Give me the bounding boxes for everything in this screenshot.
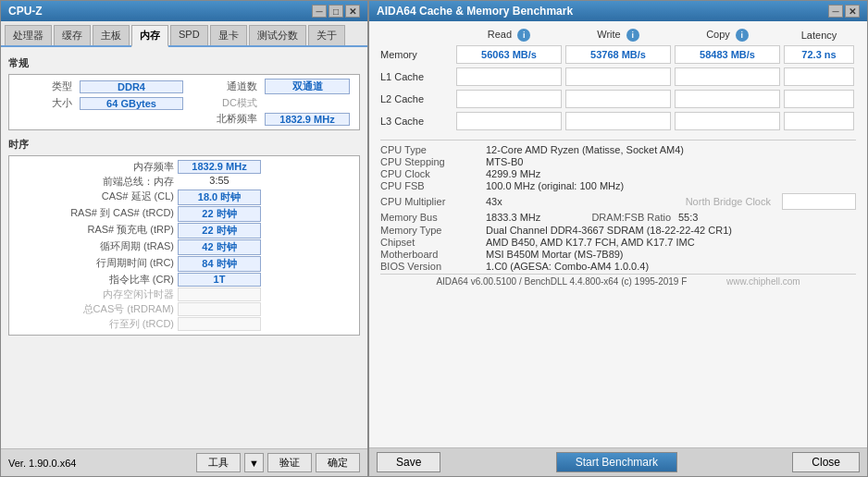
- aida-close-btn[interactable]: ✕: [845, 5, 860, 18]
- timing-val-8: [178, 287, 261, 301]
- l1-copy-bar: [675, 67, 780, 86]
- type-label: 类型: [17, 80, 72, 93]
- col-write: Write i: [564, 29, 673, 42]
- common-section-title: 常规: [8, 56, 360, 70]
- timing-val-7: 1T: [178, 273, 261, 287]
- read-info-icon[interactable]: i: [517, 29, 530, 42]
- cpu-type-val: 12-Core AMD Ryzen (Matisse, Socket AM4): [486, 144, 856, 155]
- aida-status-bar: AIDA64 v6.00.5100 / BenchDLL 4.4.800-x64…: [380, 274, 856, 288]
- size-value: 64 GBytes: [80, 97, 183, 110]
- memory-read-value: 56063 MB/s: [456, 45, 562, 64]
- timing-val-9: [178, 302, 261, 316]
- cpuz-title: CPU-Z: [8, 5, 43, 18]
- cpuz-content: 常规 类型 DDR4 通道数 双通道 大小 64 GBytes DC模式 北桥频…: [1, 47, 367, 448]
- timing-label-0: 内存频率: [17, 160, 174, 174]
- cpu-type-key: CPU Type: [380, 144, 482, 155]
- chipset-key: Chipset: [380, 237, 482, 248]
- cpuz-minimize-btn[interactable]: ─: [312, 5, 327, 18]
- size-label: 大小: [17, 96, 72, 110]
- cpu-mult-val: 43x: [486, 196, 560, 207]
- cpu-clock-key: CPU Clock: [380, 168, 482, 179]
- aida-footer: Save Start Benchmark Close: [369, 447, 867, 476]
- timing-val-1: 3:55: [178, 175, 261, 189]
- dram-fsb-key: DRAM:FSB Ratio: [582, 212, 675, 223]
- cpu-fsb-key: CPU FSB: [380, 180, 482, 191]
- l2-latency-bar: [784, 90, 854, 108]
- aida-titlebar: AIDA64 Cache & Memory Benchmark ─ ✕: [369, 1, 867, 21]
- close-button[interactable]: Close: [792, 452, 860, 472]
- cpu-fsb-val: 100.0 MHz (original: 100 MHz): [486, 180, 856, 191]
- tab-graphics[interactable]: 显卡: [210, 25, 247, 45]
- l2-copy-bar: [675, 90, 780, 108]
- cpu-clock-val: 4299.9 MHz: [486, 168, 856, 179]
- tab-memory[interactable]: 内存: [131, 25, 168, 47]
- cpuz-close-btn[interactable]: ✕: [345, 5, 360, 18]
- divider-1: [380, 140, 856, 141]
- nb-freq-value: 1832.9 MHz: [265, 113, 350, 126]
- nb-clock-value: [782, 193, 856, 210]
- motherboard-val: MSI B450M Mortar (MS-7B89): [486, 249, 856, 260]
- l1-write-bar: [565, 67, 671, 86]
- cpuz-maximize-btn[interactable]: □: [329, 5, 343, 18]
- l3-write-bar: [565, 112, 671, 130]
- l3-read-bar: [456, 112, 562, 130]
- timing-label-5: 循环周期 (tRAS): [17, 239, 174, 255]
- l1-read-bar: [456, 67, 562, 86]
- row-label-l1: L1 Cache: [380, 71, 454, 82]
- save-button[interactable]: Save: [377, 452, 440, 472]
- aida-window: AIDA64 Cache & Memory Benchmark ─ ✕ Read…: [368, 0, 868, 477]
- cpuz-window-controls: ─ □ ✕: [312, 5, 360, 18]
- watermark: www.chiphell.com: [726, 276, 800, 287]
- tools-dropdown[interactable]: ▼: [244, 453, 264, 472]
- write-info-icon[interactable]: i: [626, 29, 639, 42]
- l2-write-bar: [565, 90, 671, 108]
- tab-spd[interactable]: SPD: [170, 25, 208, 45]
- cpu-stepping-val: MTS-B0: [486, 156, 856, 167]
- timing-val-2: 18.0 时钟: [178, 190, 261, 205]
- cpuz-footer-left: Ver. 1.90.0.x64: [8, 458, 76, 469]
- cpuz-footer-buttons: 工具 ▼ 验证 确定: [196, 453, 360, 472]
- aida-minimize-btn[interactable]: ─: [828, 5, 843, 18]
- timing-label-7: 指令比率 (CR): [17, 273, 174, 287]
- cpuz-titlebar: CPU-Z ─ □ ✕: [1, 1, 367, 21]
- timing-label-1: 前端总线：内存: [17, 175, 174, 189]
- timing-val-6: 84 时钟: [178, 256, 261, 272]
- tools-button[interactable]: 工具: [196, 453, 241, 472]
- timing-val-4: 22 时钟: [178, 223, 261, 238]
- timing-val-3: 22 时钟: [178, 206, 261, 222]
- timing-label-6: 行周期时间 (tRC): [17, 256, 174, 272]
- validate-button[interactable]: 验证: [267, 453, 312, 472]
- tab-processor[interactable]: 处理器: [5, 25, 52, 45]
- cpu-mult-key: CPU Multiplier: [380, 196, 482, 207]
- aida-window-controls: ─ ✕: [828, 5, 860, 18]
- col-read: Read i: [454, 29, 564, 42]
- copy-info-icon[interactable]: i: [736, 29, 749, 42]
- dram-fsb-val: 55:3: [678, 212, 725, 223]
- aida-content: Read i Write i Copy i Latency Memory 560…: [369, 21, 867, 447]
- l3-copy-bar: [675, 112, 780, 130]
- row-label-l2: L2 Cache: [380, 93, 454, 104]
- tab-score[interactable]: 测试分数: [249, 25, 306, 45]
- nb-clock-label: North Bridge Clock: [564, 196, 778, 207]
- cpuz-footer: Ver. 1.90.0.x64 工具 ▼ 验证 确定: [1, 448, 367, 476]
- row-label-memory: Memory: [380, 49, 454, 60]
- timing-label-3: RAS# 到 CAS# (tRCD): [17, 206, 174, 222]
- col-latency: Latency: [782, 30, 856, 41]
- ok-button[interactable]: 确定: [316, 453, 360, 472]
- start-benchmark-button[interactable]: Start Benchmark: [556, 452, 677, 472]
- timing-label-4: RAS# 预充电 (tRP): [17, 223, 174, 238]
- cpu-stepping-key: CPU Stepping: [380, 156, 482, 167]
- timing-val-0: 1832.9 MHz: [178, 160, 261, 174]
- timing-val-10: [178, 317, 261, 331]
- tab-motherboard[interactable]: 主板: [93, 25, 130, 45]
- chipset-val: AMD B450, AMD K17.7 FCH, AMD K17.7 IMC: [486, 237, 856, 248]
- timing-section-title: 时序: [8, 138, 360, 152]
- l2-read-bar: [456, 90, 562, 108]
- tab-cache[interactable]: 缓存: [54, 25, 91, 45]
- cpuz-version: Ver. 1.90.0.x64: [8, 458, 76, 469]
- tab-about[interactable]: 关于: [308, 25, 345, 45]
- dc-label: DC模式: [183, 96, 257, 110]
- l1-latency-bar: [784, 67, 854, 86]
- timing-label-2: CAS# 延迟 (CL): [17, 190, 174, 205]
- timing-label-9: 总CAS号 (tRDRAM): [17, 302, 174, 316]
